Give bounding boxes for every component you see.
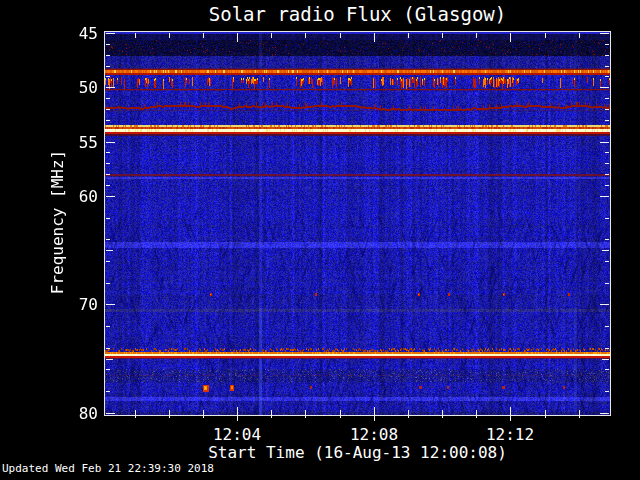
y-axis-tick-left: [106, 218, 110, 219]
x-axis-major-tick-top: [237, 33, 238, 42]
x-axis-tick-label: 12:04: [202, 425, 272, 444]
y-axis-tick-right: [602, 359, 609, 360]
x-axis-minor-tick-top: [340, 33, 341, 38]
y-axis-tick-left: [106, 185, 110, 186]
y-axis-tick-right: [605, 109, 609, 110]
y-axis-tick-left: [106, 66, 110, 67]
x-axis-minor-tick-top: [442, 33, 443, 38]
y-axis-tick-right: [602, 250, 609, 251]
y-axis-tick-left: [106, 174, 110, 175]
x-axis-minor-tick: [135, 410, 136, 418]
x-axis-tick-label: 12:08: [339, 425, 409, 444]
y-axis-tick-right: [605, 152, 609, 153]
y-axis-tick-left: [106, 348, 110, 349]
y-axis-tick-left: [106, 87, 115, 88]
y-axis-tick-right: [605, 326, 609, 327]
updated-timestamp: Updated Wed Feb 21 22:39:30 2018: [2, 462, 214, 475]
y-axis-tick-label: 70: [58, 295, 98, 314]
x-axis-major-tick: [510, 407, 511, 421]
x-axis-minor-tick: [408, 410, 409, 418]
y-axis-tick-right: [605, 163, 609, 164]
x-axis-minor-tick-top: [271, 33, 272, 38]
chart-title: Solar radio Flux (Glasgow): [105, 3, 610, 25]
y-axis-tick-right: [605, 174, 609, 175]
y-axis-tick-left: [106, 33, 115, 34]
x-axis-minor-tick-top: [579, 33, 580, 38]
x-axis-minor-tick: [203, 410, 204, 418]
y-axis-tick-right: [605, 218, 609, 219]
y-axis-tick-right: [600, 196, 609, 197]
y-axis-tick-right: [605, 120, 609, 121]
x-axis-minor-tick-top: [545, 33, 546, 38]
y-axis-tick-left: [106, 359, 113, 360]
solar-radio-spectrogram-window: Solar radio Flux (Glasgow) 12:0412:0812:…: [0, 0, 640, 480]
y-axis-tick-right: [605, 44, 609, 45]
y-axis-tick-left: [106, 326, 110, 327]
y-axis-tick-left: [106, 120, 110, 121]
x-axis-minor-tick-top: [135, 33, 136, 38]
y-axis-tick-left: [106, 239, 110, 240]
x-axis-minor-tick: [169, 410, 170, 418]
y-axis-tick-left: [106, 152, 110, 153]
y-axis-tick-left: [106, 44, 110, 45]
x-axis-major-tick-top: [374, 33, 375, 42]
x-axis-minor-tick-top: [203, 33, 204, 38]
y-axis-tick-label: 45: [58, 24, 98, 43]
y-axis-tick-left: [106, 413, 115, 414]
y-axis-tick-right: [600, 87, 609, 88]
y-axis-tick-right: [605, 369, 609, 370]
y-axis-tick-right: [605, 261, 609, 262]
y-axis-tick-right: [605, 283, 609, 284]
y-axis-tick-left: [106, 98, 110, 99]
x-axis-major-tick-top: [510, 33, 511, 42]
x-axis-minor-tick: [305, 410, 306, 418]
y-axis-tick-right: [600, 413, 609, 414]
y-axis-tick-right: [605, 239, 609, 240]
x-axis-minor-tick-top: [305, 33, 306, 38]
y-axis-title: Frequency [MHz]: [48, 150, 67, 295]
x-axis-minor-tick: [271, 410, 272, 418]
y-axis-tick-left: [106, 391, 110, 392]
y-axis-tick-left: [106, 250, 113, 251]
y-axis-tick-left: [106, 283, 110, 284]
y-axis-tick-right: [605, 55, 609, 56]
x-axis-minor-tick: [545, 410, 546, 418]
y-axis-tick-left: [106, 196, 115, 197]
x-axis-minor-tick: [579, 410, 580, 418]
x-axis-minor-tick-top: [476, 33, 477, 38]
y-axis-tick-right: [600, 142, 609, 143]
y-axis-tick-right: [605, 348, 609, 349]
y-axis-tick-right: [605, 76, 609, 77]
y-axis-tick-left: [106, 142, 115, 143]
x-axis-minor-tick: [442, 410, 443, 418]
y-axis-tick-left: [106, 55, 110, 56]
x-axis-minor-tick-top: [408, 33, 409, 38]
x-axis-minor-tick: [476, 410, 477, 418]
y-axis-tick-left: [106, 131, 110, 132]
x-axis-minor-tick-top: [169, 33, 170, 38]
y-axis-tick-right: [605, 131, 609, 132]
y-axis-tick-right: [600, 304, 609, 305]
spectrogram-image: [105, 32, 610, 415]
y-axis-tick-right: [605, 391, 609, 392]
y-axis-tick-right: [605, 185, 609, 186]
y-axis-tick-right: [605, 98, 609, 99]
y-axis-tick-left: [106, 76, 110, 77]
y-axis-tick-right: [605, 66, 609, 67]
y-axis-tick-left: [106, 304, 115, 305]
y-axis-tick-label: 80: [58, 404, 98, 423]
y-axis-tick-right: [600, 33, 609, 34]
x-axis-major-tick: [237, 407, 238, 421]
y-axis-tick-left: [106, 163, 110, 164]
x-axis-minor-tick: [340, 410, 341, 418]
y-axis-tick-label: 50: [58, 78, 98, 97]
y-axis-tick-left: [106, 109, 110, 110]
y-axis-tick-left: [106, 369, 110, 370]
x-axis-major-tick: [374, 407, 375, 421]
x-axis-tick-label: 12:12: [475, 425, 545, 444]
y-axis-tick-left: [106, 261, 110, 262]
x-axis-title: Start Time (16-Aug-13 12:00:08): [105, 443, 610, 462]
